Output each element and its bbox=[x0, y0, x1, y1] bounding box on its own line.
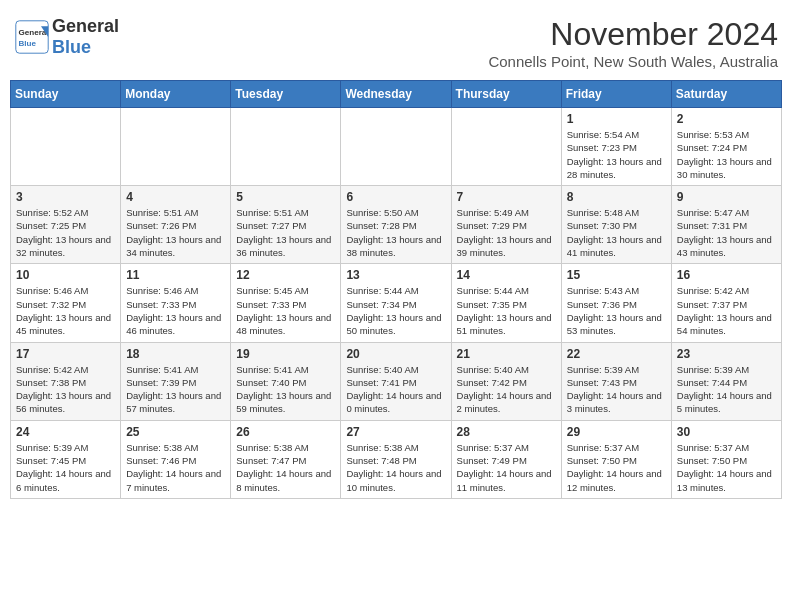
calendar-cell: 23Sunrise: 5:39 AMSunset: 7:44 PMDayligh… bbox=[671, 342, 781, 420]
day-detail: Sunrise: 5:53 AMSunset: 7:24 PMDaylight:… bbox=[677, 128, 776, 181]
col-header-saturday: Saturday bbox=[671, 81, 781, 108]
calendar-cell: 1Sunrise: 5:54 AMSunset: 7:23 PMDaylight… bbox=[561, 108, 671, 186]
day-detail: Sunrise: 5:45 AMSunset: 7:33 PMDaylight:… bbox=[236, 284, 335, 337]
day-number: 7 bbox=[457, 190, 556, 204]
calendar-cell: 27Sunrise: 5:38 AMSunset: 7:48 PMDayligh… bbox=[341, 420, 451, 498]
svg-text:Blue: Blue bbox=[19, 39, 37, 48]
day-detail: Sunrise: 5:47 AMSunset: 7:31 PMDaylight:… bbox=[677, 206, 776, 259]
day-number: 14 bbox=[457, 268, 556, 282]
logo-general-text: General bbox=[52, 16, 119, 36]
day-detail: Sunrise: 5:39 AMSunset: 7:45 PMDaylight:… bbox=[16, 441, 115, 494]
day-detail: Sunrise: 5:46 AMSunset: 7:32 PMDaylight:… bbox=[16, 284, 115, 337]
calendar-cell: 14Sunrise: 5:44 AMSunset: 7:35 PMDayligh… bbox=[451, 264, 561, 342]
calendar-cell bbox=[231, 108, 341, 186]
day-detail: Sunrise: 5:48 AMSunset: 7:30 PMDaylight:… bbox=[567, 206, 666, 259]
calendar-cell: 26Sunrise: 5:38 AMSunset: 7:47 PMDayligh… bbox=[231, 420, 341, 498]
location-subtitle: Connells Point, New South Wales, Austral… bbox=[488, 53, 778, 70]
day-number: 26 bbox=[236, 425, 335, 439]
day-detail: Sunrise: 5:38 AMSunset: 7:46 PMDaylight:… bbox=[126, 441, 225, 494]
calendar-week-row: 24Sunrise: 5:39 AMSunset: 7:45 PMDayligh… bbox=[11, 420, 782, 498]
day-number: 1 bbox=[567, 112, 666, 126]
day-detail: Sunrise: 5:52 AMSunset: 7:25 PMDaylight:… bbox=[16, 206, 115, 259]
calendar-cell: 11Sunrise: 5:46 AMSunset: 7:33 PMDayligh… bbox=[121, 264, 231, 342]
day-detail: Sunrise: 5:40 AMSunset: 7:42 PMDaylight:… bbox=[457, 363, 556, 416]
logo-icon: General Blue bbox=[14, 19, 50, 55]
calendar-cell: 10Sunrise: 5:46 AMSunset: 7:32 PMDayligh… bbox=[11, 264, 121, 342]
calendar-cell: 6Sunrise: 5:50 AMSunset: 7:28 PMDaylight… bbox=[341, 186, 451, 264]
day-detail: Sunrise: 5:38 AMSunset: 7:48 PMDaylight:… bbox=[346, 441, 445, 494]
col-header-thursday: Thursday bbox=[451, 81, 561, 108]
day-detail: Sunrise: 5:42 AMSunset: 7:38 PMDaylight:… bbox=[16, 363, 115, 416]
calendar-cell: 4Sunrise: 5:51 AMSunset: 7:26 PMDaylight… bbox=[121, 186, 231, 264]
calendar-cell: 30Sunrise: 5:37 AMSunset: 7:50 PMDayligh… bbox=[671, 420, 781, 498]
calendar-cell: 8Sunrise: 5:48 AMSunset: 7:30 PMDaylight… bbox=[561, 186, 671, 264]
day-number: 11 bbox=[126, 268, 225, 282]
calendar-cell: 25Sunrise: 5:38 AMSunset: 7:46 PMDayligh… bbox=[121, 420, 231, 498]
logo-blue-text: Blue bbox=[52, 37, 91, 57]
day-number: 18 bbox=[126, 347, 225, 361]
day-number: 3 bbox=[16, 190, 115, 204]
day-number: 15 bbox=[567, 268, 666, 282]
calendar-cell: 21Sunrise: 5:40 AMSunset: 7:42 PMDayligh… bbox=[451, 342, 561, 420]
day-detail: Sunrise: 5:37 AMSunset: 7:50 PMDaylight:… bbox=[677, 441, 776, 494]
header: General Blue General Blue November 2024 … bbox=[10, 10, 782, 76]
day-number: 9 bbox=[677, 190, 776, 204]
calendar-cell: 9Sunrise: 5:47 AMSunset: 7:31 PMDaylight… bbox=[671, 186, 781, 264]
day-number: 20 bbox=[346, 347, 445, 361]
day-number: 5 bbox=[236, 190, 335, 204]
day-number: 19 bbox=[236, 347, 335, 361]
day-number: 13 bbox=[346, 268, 445, 282]
calendar-cell bbox=[341, 108, 451, 186]
day-detail: Sunrise: 5:38 AMSunset: 7:47 PMDaylight:… bbox=[236, 441, 335, 494]
day-detail: Sunrise: 5:41 AMSunset: 7:39 PMDaylight:… bbox=[126, 363, 225, 416]
calendar-cell: 22Sunrise: 5:39 AMSunset: 7:43 PMDayligh… bbox=[561, 342, 671, 420]
day-detail: Sunrise: 5:40 AMSunset: 7:41 PMDaylight:… bbox=[346, 363, 445, 416]
calendar-cell: 12Sunrise: 5:45 AMSunset: 7:33 PMDayligh… bbox=[231, 264, 341, 342]
calendar-cell: 15Sunrise: 5:43 AMSunset: 7:36 PMDayligh… bbox=[561, 264, 671, 342]
day-detail: Sunrise: 5:50 AMSunset: 7:28 PMDaylight:… bbox=[346, 206, 445, 259]
day-detail: Sunrise: 5:41 AMSunset: 7:40 PMDaylight:… bbox=[236, 363, 335, 416]
col-header-wednesday: Wednesday bbox=[341, 81, 451, 108]
calendar-cell bbox=[451, 108, 561, 186]
day-detail: Sunrise: 5:39 AMSunset: 7:43 PMDaylight:… bbox=[567, 363, 666, 416]
calendar-cell: 7Sunrise: 5:49 AMSunset: 7:29 PMDaylight… bbox=[451, 186, 561, 264]
day-number: 6 bbox=[346, 190, 445, 204]
day-number: 12 bbox=[236, 268, 335, 282]
day-detail: Sunrise: 5:51 AMSunset: 7:26 PMDaylight:… bbox=[126, 206, 225, 259]
calendar-week-row: 1Sunrise: 5:54 AMSunset: 7:23 PMDaylight… bbox=[11, 108, 782, 186]
day-number: 27 bbox=[346, 425, 445, 439]
day-number: 17 bbox=[16, 347, 115, 361]
calendar-cell: 29Sunrise: 5:37 AMSunset: 7:50 PMDayligh… bbox=[561, 420, 671, 498]
day-number: 10 bbox=[16, 268, 115, 282]
day-number: 24 bbox=[16, 425, 115, 439]
col-header-friday: Friday bbox=[561, 81, 671, 108]
day-detail: Sunrise: 5:44 AMSunset: 7:35 PMDaylight:… bbox=[457, 284, 556, 337]
calendar-cell bbox=[121, 108, 231, 186]
calendar-cell: 28Sunrise: 5:37 AMSunset: 7:49 PMDayligh… bbox=[451, 420, 561, 498]
calendar-cell: 2Sunrise: 5:53 AMSunset: 7:24 PMDaylight… bbox=[671, 108, 781, 186]
calendar-cell: 17Sunrise: 5:42 AMSunset: 7:38 PMDayligh… bbox=[11, 342, 121, 420]
day-detail: Sunrise: 5:49 AMSunset: 7:29 PMDaylight:… bbox=[457, 206, 556, 259]
day-number: 29 bbox=[567, 425, 666, 439]
title-area: November 2024 Connells Point, New South … bbox=[488, 16, 778, 70]
calendar-cell bbox=[11, 108, 121, 186]
calendar-table: SundayMondayTuesdayWednesdayThursdayFrid… bbox=[10, 80, 782, 499]
col-header-sunday: Sunday bbox=[11, 81, 121, 108]
calendar-cell: 13Sunrise: 5:44 AMSunset: 7:34 PMDayligh… bbox=[341, 264, 451, 342]
col-header-monday: Monday bbox=[121, 81, 231, 108]
month-title: November 2024 bbox=[488, 16, 778, 53]
day-detail: Sunrise: 5:51 AMSunset: 7:27 PMDaylight:… bbox=[236, 206, 335, 259]
day-number: 23 bbox=[677, 347, 776, 361]
day-number: 16 bbox=[677, 268, 776, 282]
day-number: 4 bbox=[126, 190, 225, 204]
day-number: 28 bbox=[457, 425, 556, 439]
calendar-week-row: 10Sunrise: 5:46 AMSunset: 7:32 PMDayligh… bbox=[11, 264, 782, 342]
calendar-cell: 16Sunrise: 5:42 AMSunset: 7:37 PMDayligh… bbox=[671, 264, 781, 342]
day-number: 2 bbox=[677, 112, 776, 126]
day-number: 30 bbox=[677, 425, 776, 439]
day-number: 25 bbox=[126, 425, 225, 439]
calendar-header-row: SundayMondayTuesdayWednesdayThursdayFrid… bbox=[11, 81, 782, 108]
calendar-cell: 18Sunrise: 5:41 AMSunset: 7:39 PMDayligh… bbox=[121, 342, 231, 420]
day-detail: Sunrise: 5:54 AMSunset: 7:23 PMDaylight:… bbox=[567, 128, 666, 181]
day-detail: Sunrise: 5:37 AMSunset: 7:49 PMDaylight:… bbox=[457, 441, 556, 494]
